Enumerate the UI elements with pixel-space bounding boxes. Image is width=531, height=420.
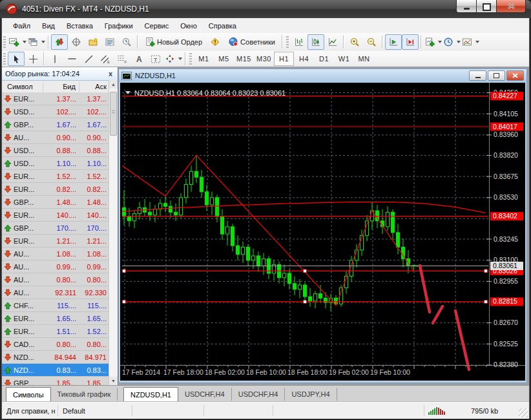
menu-item[interactable]: Вставка — [61, 20, 99, 32]
symbol-row[interactable]: EUR...1.21...1.21... — [2, 235, 109, 247]
zoom-in-button[interactable] — [346, 34, 363, 50]
market-watch-scrollbar[interactable]: ▲ ▼ — [109, 80, 118, 385]
market-watch-tab[interactable]: Символы — [6, 387, 51, 402]
data-window-button[interactable] — [68, 34, 85, 50]
symbol-row[interactable]: NZD...0.83...0.83... — [2, 364, 109, 377]
profiles-button[interactable] — [27, 34, 46, 50]
symbol-row[interactable]: EUR...1.37...1.37... — [2, 92, 109, 105]
arrow-objects-button[interactable] — [164, 52, 183, 66]
symbol-row[interactable]: USD...102....102.... — [2, 105, 109, 118]
zoom-out-button[interactable] — [363, 34, 380, 50]
menu-item[interactable]: Графики — [99, 20, 139, 32]
indicators-button[interactable] — [424, 34, 443, 50]
status-profile[interactable]: Default — [58, 405, 132, 416]
toolbar-drag-handle[interactable] — [3, 53, 6, 65]
timeframe-m5[interactable]: M5 — [214, 52, 234, 66]
timeframe-m1[interactable]: M1 — [194, 52, 214, 66]
symbol-row[interactable]: GBP...1.48...1.48... — [2, 196, 109, 209]
new-chart-button[interactable] — [8, 34, 27, 50]
chart-window-titlebar[interactable]: NZDUSD,H1 — [119, 69, 526, 82]
timeframe-m15[interactable]: M15 — [234, 52, 254, 66]
symbol-row[interactable]: GBP...1.85...1.85... — [2, 377, 109, 385]
timeframe-m30[interactable]: M30 — [254, 52, 274, 66]
menu-item[interactable]: Вид — [36, 20, 61, 32]
symbol-row[interactable]: CHF...115....115.... — [2, 299, 109, 312]
title-bar[interactable]: 4051: Diven FX - MT4 - NZDUSD,H1 — [0, 0, 531, 18]
symbol-row[interactable]: AU...0.80...0.80... — [2, 273, 109, 286]
new-order-button[interactable]: Новый Ордер — [140, 34, 207, 50]
equidistant-channel-button[interactable]: E — [97, 52, 114, 66]
bar-chart-button[interactable] — [291, 34, 307, 50]
timeframe-h1[interactable]: H1 — [274, 52, 294, 66]
symbol-row[interactable]: EUR...140....140.... — [2, 209, 109, 222]
chart-tab[interactable]: USDCHF,H4 — [232, 388, 286, 401]
toolbar-drag-handle[interactable] — [189, 53, 192, 65]
column-bid[interactable]: Бид — [43, 82, 79, 92]
autotrading-button[interactable]: Советники — [224, 34, 280, 50]
column-ask[interactable]: Аск — [79, 82, 109, 92]
symbol-row[interactable]: AU...0.90...0.90... — [2, 131, 109, 144]
templates-button[interactable] — [461, 34, 480, 50]
market-watch-close-icon[interactable]: x — [107, 70, 114, 78]
symbol-row[interactable]: EUR...0.82...0.82... — [2, 183, 109, 196]
symbol-row[interactable]: USD...1.10...1.10... — [2, 157, 109, 170]
cursor-button[interactable] — [8, 52, 25, 66]
chart-tab[interactable]: USDCHF,H4 — [178, 388, 232, 401]
symbol-row[interactable]: EUR...1.65...1.65... — [2, 312, 109, 325]
symbol-row[interactable]: AU...1.08...1.08... — [2, 247, 109, 260]
symbol-row[interactable]: EUR...1.51...1.52... — [2, 325, 109, 338]
scrollbar-thumb[interactable] — [110, 92, 117, 136]
chart-restore-button[interactable] — [488, 70, 505, 81]
menu-item[interactable]: Файл — [7, 20, 36, 32]
symbol-row[interactable]: CAD...0.80...0.80... — [2, 338, 109, 351]
timeframe-w1[interactable]: W1 — [334, 52, 354, 66]
close-button[interactable] — [496, 0, 526, 13]
menu-item[interactable]: Сервис — [139, 20, 175, 32]
symbol-row[interactable]: GBP...170....170.... — [2, 222, 109, 235]
line-chart-button[interactable] — [324, 34, 341, 50]
periods-button[interactable] — [443, 34, 461, 50]
symbol-row[interactable]: AU...92.31192.330 — [2, 286, 109, 299]
scroll-down-icon[interactable]: ▼ — [109, 377, 118, 385]
fibonacci-button[interactable]: F — [114, 52, 130, 66]
horizontal-line-button[interactable] — [63, 52, 80, 66]
candlesticks-button[interactable] — [307, 34, 324, 50]
strategy-tester-button[interactable] — [118, 34, 135, 50]
symbol-row[interactable]: USD...0.88...0.88... — [2, 144, 109, 157]
timeframe-h4[interactable]: H4 — [294, 52, 314, 66]
restore-button[interactable] — [476, 0, 497, 13]
market-watch-toggle-button[interactable] — [51, 34, 68, 50]
vertical-line-button[interactable] — [47, 52, 63, 66]
symbol-row[interactable]: NZD...84.94484.971 — [2, 351, 109, 364]
chart-tab[interactable]: NZDUSD,H1 — [123, 387, 178, 402]
timeframe-mn[interactable]: MN — [354, 52, 374, 66]
terminal-button[interactable] — [101, 34, 118, 50]
symbol-row[interactable]: GBP...1.67...1.67... — [2, 118, 109, 131]
resize-grip[interactable] — [519, 408, 528, 417]
crosshair-button[interactable] — [25, 52, 41, 66]
chart-close-button[interactable] — [506, 70, 524, 81]
text-label-button[interactable]: T — [147, 52, 164, 66]
market-watch-column-headers[interactable]: Символ Бид Аск — [2, 81, 118, 94]
scroll-up-icon[interactable]: ▲ — [109, 80, 118, 89]
chart-tab[interactable]: USDJPY,H4 — [285, 388, 337, 401]
menu-item[interactable]: Окно — [174, 20, 203, 32]
auto-scroll-button[interactable] — [385, 34, 402, 50]
symbol-row[interactable]: EUR...1.52...1.52... — [2, 170, 109, 183]
chart-canvas[interactable]: 17 Feb 201417 Feb 18:0018 Feb 02:0018 Fe… — [120, 83, 525, 381]
toolbar-drag-handle[interactable] — [286, 36, 289, 48]
chart-shift-button[interactable] — [402, 34, 419, 50]
timeframe-d1[interactable]: D1 — [314, 52, 334, 66]
toolbar-drag-handle[interactable] — [3, 36, 6, 48]
market-watch-header[interactable]: Обзор рынка: 17:04:24 x — [2, 67, 118, 81]
text-button[interactable]: A — [130, 52, 147, 66]
metaeditor-button[interactable] — [207, 34, 224, 50]
market-watch-tab[interactable]: Тиковый график — [51, 388, 118, 401]
chart-minimize-button[interactable] — [469, 70, 486, 81]
symbol-row[interactable]: AU...0.99...0.99... — [2, 260, 109, 273]
trendline-button[interactable] — [80, 52, 97, 66]
menu-item[interactable]: Справка — [203, 20, 242, 32]
minimize-button[interactable] — [456, 0, 477, 13]
navigator-button[interactable] — [85, 34, 101, 50]
column-symbol[interactable]: Символ — [2, 82, 43, 92]
